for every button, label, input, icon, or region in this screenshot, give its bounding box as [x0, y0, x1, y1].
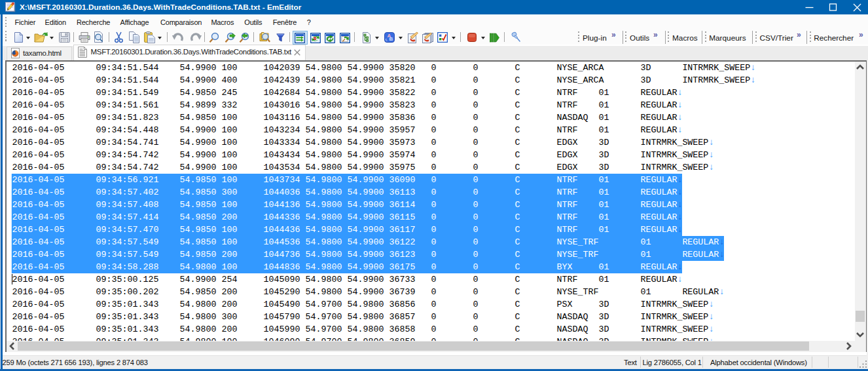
svg-text:B: B	[389, 36, 393, 42]
